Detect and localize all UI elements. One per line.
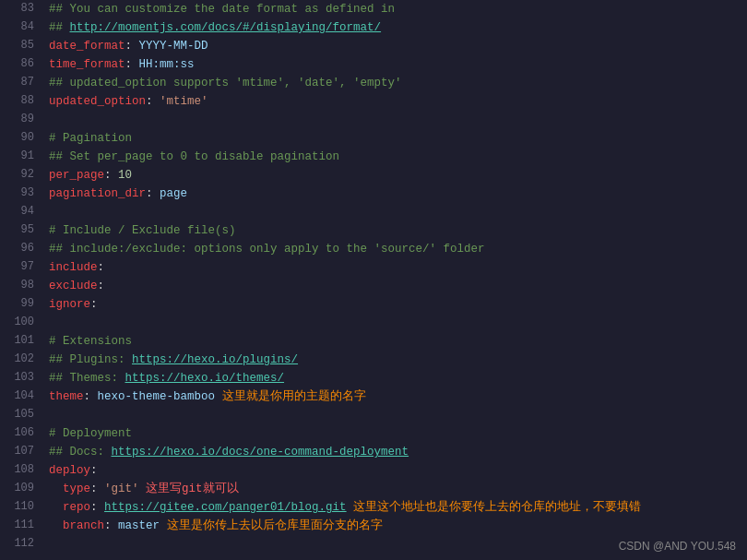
code-segment: # Deployment <box>49 424 132 443</box>
code-segment: 'git' <box>104 480 139 498</box>
code-segment: : <box>98 258 105 277</box>
watermark: CSDN @AND YOU.548 <box>619 540 736 553</box>
line-number: 85 <box>7 37 34 55</box>
code-line: ## You can customize the date format as … <box>49 0 740 18</box>
line-number: 92 <box>7 166 34 185</box>
code-line: deploy: <box>49 461 740 480</box>
code-line: ## Themes: https://hexo.io/themes/ <box>49 369 740 387</box>
line-number: 86 <box>7 55 34 74</box>
code-line: ## http://momentjs.com/docs/#/displaying… <box>49 18 740 37</box>
code-segment: 这里这个地址也是你要传上去的仓库的地址，不要填错 <box>353 498 641 517</box>
code-line: ## include:/exclude: options only apply … <box>49 240 740 258</box>
code-segment: pagination_dir <box>49 185 146 203</box>
code-segment: : <box>90 480 104 498</box>
code-segment: : <box>146 92 160 111</box>
code-segment: ## Plugins: <box>49 351 132 369</box>
code-segment: theme <box>49 387 84 406</box>
code-segment: date_format <box>49 37 125 55</box>
code-segment: per_page <box>49 166 104 185</box>
code-segment: # Extensions <box>49 332 132 351</box>
code-segment: https://gitee.com/panger01/blog.git <box>104 498 347 517</box>
line-number: 90 <box>7 129 34 148</box>
code-line: ## Plugins: https://hexo.io/plugins/ <box>49 351 740 369</box>
code-segment: page <box>160 185 187 203</box>
line-number: 110 <box>7 498 34 517</box>
code-line: include: <box>49 258 740 277</box>
code-line: per_page: 10 <box>49 166 740 185</box>
line-number: 105 <box>7 406 34 424</box>
code-line: type: 'git' 这里写git就可以 <box>49 480 740 498</box>
code-area: 8384858687888990919293949596979899100101… <box>0 0 747 560</box>
code-line: # Pagination <box>49 129 740 148</box>
code-segment: https://hexo.io/themes/ <box>125 369 285 387</box>
line-number: 84 <box>7 18 34 37</box>
code-line <box>49 314 740 332</box>
code-segment: ## updated_option supports 'mtime', 'dat… <box>49 74 402 92</box>
code-segment: : <box>98 277 105 295</box>
code-line: ## Set per_page to 0 to disable paginati… <box>49 148 740 166</box>
line-number: 106 <box>7 424 34 443</box>
line-number: 99 <box>7 295 34 314</box>
line-number: 107 <box>7 443 34 461</box>
code-segment: http://momentjs.com/docs/#/displaying/fo… <box>70 18 382 37</box>
code-segment <box>49 498 63 517</box>
code-segment: : <box>125 55 139 74</box>
code-segment: master <box>118 517 160 535</box>
code-segment <box>139 480 147 498</box>
code-line: ignore: <box>49 295 740 314</box>
code-line: theme: hexo-theme-bamboo 这里就是你用的主题的名字 <box>49 387 740 406</box>
code-segment: hexo-theme-bamboo <box>98 387 216 406</box>
line-number: 91 <box>7 148 34 166</box>
code-segment <box>347 498 354 517</box>
line-number: 96 <box>7 240 34 258</box>
code-line: # Extensions <box>49 332 740 351</box>
code-segment: 这里是你传上去以后仓库里面分支的名字 <box>167 517 383 535</box>
code-segment: : <box>90 461 98 480</box>
code-segment: : <box>104 517 118 535</box>
line-number: 111 <box>7 517 34 535</box>
line-number: 93 <box>7 185 34 203</box>
code-segment: include <box>49 258 98 277</box>
line-number: 102 <box>7 351 34 369</box>
code-segment: 'mtime' <box>160 92 208 111</box>
code-segment: # Include / Exclude file(s) <box>49 221 236 240</box>
code-line: time_format: HH:mm:ss <box>49 55 740 74</box>
code-segment: https://hexo.io/docs/one-command-deploym… <box>112 443 409 461</box>
code-segment: ## include:/exclude: options only apply … <box>49 240 485 258</box>
code-line: repo: https://gitee.com/panger01/blog.gi… <box>49 498 740 517</box>
line-number: 103 <box>7 369 34 387</box>
code-segment: 这里就是你用的主题的名字 <box>222 387 366 406</box>
code-segment: exclude <box>49 277 98 295</box>
line-number: 95 <box>7 221 34 240</box>
code-line: updated_option: 'mtime' <box>49 92 740 111</box>
code-line: # Deployment <box>49 424 740 443</box>
code-segment: ignore <box>49 295 90 314</box>
line-number: 98 <box>7 277 34 295</box>
line-numbers: 8384858687888990919293949596979899100101… <box>0 0 42 560</box>
line-number: 100 <box>7 314 34 332</box>
code-segment: HH:mm:ss <box>139 55 195 74</box>
line-number: 101 <box>7 332 34 351</box>
code-segment: # Pagination <box>49 129 132 148</box>
code-segment <box>215 387 222 406</box>
code-segment: ## You can customize the date format as … <box>49 0 395 18</box>
code-line <box>49 203 740 221</box>
code-segment <box>49 480 63 498</box>
code-segment: type <box>63 480 90 498</box>
code-content[interactable]: ## You can customize the date format as … <box>42 0 747 560</box>
code-segment: updated_option <box>49 92 146 111</box>
code-line: ## updated_option supports 'mtime', 'dat… <box>49 74 740 92</box>
line-number: 94 <box>7 203 34 221</box>
code-line: branch: master 这里是你传上去以后仓库里面分支的名字 <box>49 517 740 535</box>
code-segment: 10 <box>118 166 132 185</box>
code-segment: https://hexo.io/plugins/ <box>132 351 298 369</box>
line-number: 87 <box>7 74 34 92</box>
code-line <box>49 111 740 129</box>
code-segment: : <box>125 37 139 55</box>
code-segment: 这里写git就可以 <box>146 480 239 498</box>
code-segment: ## <box>49 18 70 37</box>
code-segment: repo <box>63 498 90 517</box>
line-number: 83 <box>7 0 34 18</box>
code-segment <box>49 517 63 535</box>
code-line <box>49 406 740 424</box>
